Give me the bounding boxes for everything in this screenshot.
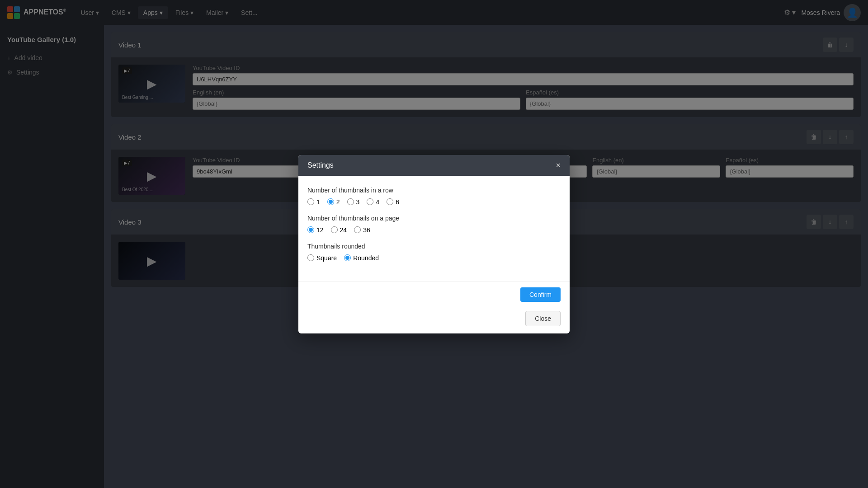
page-radio-24-label: 24 — [340, 226, 347, 234]
page-radio-12-label: 12 — [316, 226, 324, 234]
row-radio-1-input[interactable] — [307, 198, 314, 205]
modal-overlay[interactable]: Settings × Number of thumbnails in a row… — [0, 0, 868, 488]
page-radio-36-input[interactable] — [354, 226, 361, 233]
page-radio-24[interactable]: 24 — [331, 226, 347, 234]
rounded-radio-rounded-label: Rounded — [353, 254, 379, 262]
rounded-radio-square-label: Square — [316, 254, 337, 262]
page-section: Number of thumbnails on a page 12 24 36 — [307, 215, 561, 234]
row-radio-4[interactable]: 4 — [367, 198, 379, 206]
row-radio-6[interactable]: 6 — [387, 198, 399, 206]
modal-close-row: Close — [298, 307, 570, 333]
settings-modal: Settings × Number of thumbnails in a row… — [298, 155, 570, 333]
row-radio-6-label: 6 — [396, 198, 399, 206]
row-section-label: Number of thumbnails in a row — [307, 187, 561, 194]
page-radio-36-label: 36 — [363, 226, 370, 234]
row-radio-4-label: 4 — [376, 198, 379, 206]
modal-header: Settings × — [298, 155, 570, 176]
row-radio-2-label: 2 — [336, 198, 340, 206]
rounded-radio-rounded-input[interactable] — [344, 254, 351, 261]
row-radio-6-input[interactable] — [387, 198, 393, 205]
rounded-radio-group: Square Rounded — [307, 254, 561, 262]
rounded-section: Thumbnails rounded Square Rounded — [307, 243, 561, 262]
confirm-button[interactable]: Confirm — [520, 287, 561, 302]
row-radio-1-label: 1 — [316, 198, 320, 206]
page-section-label: Number of thumbnails on a page — [307, 215, 561, 222]
rounded-radio-square[interactable]: Square — [307, 254, 337, 262]
rounded-radio-rounded[interactable]: Rounded — [344, 254, 379, 262]
page-radio-12[interactable]: 12 — [307, 226, 324, 234]
row-section: Number of thumbnails in a row 1 2 3 — [307, 187, 561, 206]
page-radio-24-input[interactable] — [331, 226, 338, 233]
page-radio-12-input[interactable] — [307, 226, 314, 233]
row-radio-1[interactable]: 1 — [307, 198, 320, 206]
modal-close-x-button[interactable]: × — [556, 161, 561, 169]
page-radio-36[interactable]: 36 — [354, 226, 370, 234]
row-radio-4-input[interactable] — [367, 198, 373, 205]
rounded-radio-square-input[interactable] — [307, 254, 314, 261]
rounded-section-label: Thumbnails rounded — [307, 243, 561, 250]
row-radio-group: 1 2 3 4 6 — [307, 198, 561, 206]
page-radio-group: 12 24 36 — [307, 226, 561, 234]
row-radio-3-label: 3 — [356, 198, 360, 206]
modal-footer: Confirm — [298, 282, 570, 307]
close-button[interactable]: Close — [525, 311, 561, 326]
modal-body: Number of thumbnails in a row 1 2 3 — [298, 176, 570, 282]
row-radio-3-input[interactable] — [347, 198, 354, 205]
modal-title: Settings — [307, 161, 334, 169]
row-radio-3[interactable]: 3 — [347, 198, 360, 206]
row-radio-2[interactable]: 2 — [327, 198, 340, 206]
row-radio-2-input[interactable] — [327, 198, 334, 205]
